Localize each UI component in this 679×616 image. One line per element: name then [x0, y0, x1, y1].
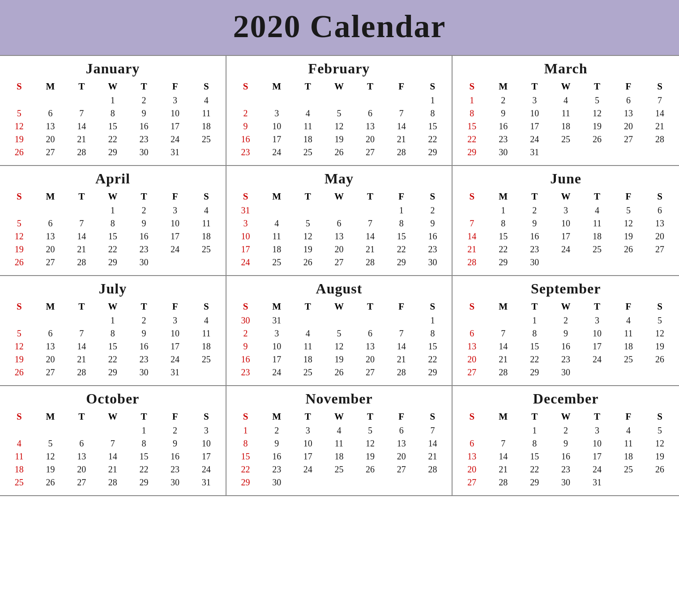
day-header: M [487, 410, 519, 424]
day-cell: 9 [550, 327, 581, 340]
day-header: S [644, 80, 675, 94]
day-cell: 23 [550, 353, 581, 366]
day-cell: 28 [644, 133, 675, 146]
day-cell: 11 [191, 107, 222, 120]
week-row: 30311 [230, 314, 448, 327]
day-cell: 26 [4, 366, 35, 379]
day-cell: 11 [550, 107, 581, 120]
day-cell [550, 256, 581, 269]
day-cell: 16 [519, 230, 550, 243]
day-header: S [417, 190, 448, 204]
day-cell [292, 94, 324, 107]
day-cell [644, 146, 675, 159]
day-header: M [35, 300, 66, 314]
day-cell: 15 [386, 230, 417, 243]
day-cell: 12 [644, 437, 675, 450]
day-header: F [159, 80, 191, 94]
day-header: M [261, 410, 292, 424]
day-header: S [417, 80, 448, 94]
day-cell: 1 [519, 424, 550, 437]
day-header: F [613, 190, 644, 204]
day-cell: 15 [519, 450, 550, 463]
day-cell: 12 [292, 230, 324, 243]
day-cell: 3 [292, 424, 324, 437]
day-cell: 24 [159, 133, 191, 146]
day-cell: 9 [417, 217, 448, 230]
day-header: W [324, 300, 355, 314]
day-cell: 26 [35, 476, 66, 489]
day-cell: 20 [386, 450, 417, 463]
week-row: 1234 [4, 94, 222, 107]
day-cell: 10 [191, 437, 222, 450]
day-cell [324, 204, 355, 217]
day-cell: 30 [128, 256, 160, 269]
day-header: T [66, 80, 97, 94]
day-cell: 8 [97, 107, 128, 120]
day-cell: 18 [191, 340, 222, 353]
day-cell: 3 [519, 94, 550, 107]
day-cell: 5 [581, 94, 613, 107]
day-cell [386, 476, 417, 489]
day-cell [35, 94, 66, 107]
calendar-grid: JanuarySMTWTFS12345678910111213141516171… [0, 55, 679, 496]
day-cell: 27 [354, 146, 386, 159]
day-cell: 4 [581, 204, 613, 217]
day-cell: 29 [97, 366, 128, 379]
day-cell: 18 [613, 450, 644, 463]
day-cell: 21 [487, 353, 519, 366]
day-cell: 16 [550, 340, 581, 353]
day-header: W [97, 190, 128, 204]
day-cell: 10 [159, 217, 191, 230]
day-cell: 24 [159, 353, 191, 366]
day-cell [66, 314, 97, 327]
day-header: T [581, 190, 613, 204]
day-cell: 10 [159, 327, 191, 340]
day-cell [159, 256, 191, 269]
day-cell: 20 [613, 120, 644, 133]
day-cell: 14 [417, 437, 448, 450]
day-header: M [35, 410, 66, 424]
day-cell: 5 [354, 424, 386, 437]
day-cell: 12 [4, 340, 35, 353]
day-header: T [128, 300, 160, 314]
day-cell [550, 146, 581, 159]
week-row: 11121314151617 [4, 450, 222, 463]
day-cell: 11 [581, 217, 613, 230]
day-cell: 4 [613, 314, 644, 327]
day-cell [613, 476, 644, 489]
day-header: S [4, 300, 35, 314]
day-cell [324, 476, 355, 489]
day-cell: 26 [644, 353, 675, 366]
day-cell: 13 [456, 450, 487, 463]
day-header: F [159, 300, 191, 314]
day-cell: 20 [456, 463, 487, 476]
day-cell: 13 [354, 120, 386, 133]
day-cell: 1 [230, 424, 261, 437]
day-cell: 19 [324, 353, 355, 366]
day-cell [191, 366, 222, 379]
day-cell: 2 [487, 94, 519, 107]
week-row: 10111213141516 [230, 230, 448, 243]
day-cell: 10 [230, 230, 261, 243]
day-cell: 18 [4, 463, 35, 476]
day-cell: 18 [292, 353, 324, 366]
day-cell: 23 [230, 366, 261, 379]
day-cell: 24 [261, 366, 292, 379]
day-header: S [4, 410, 35, 424]
day-header: M [261, 80, 292, 94]
day-cell: 30 [550, 476, 581, 489]
month-table: SMTWTFS123456789101112131415161718192021… [456, 190, 675, 269]
day-cell: 7 [487, 437, 519, 450]
day-cell [35, 424, 66, 437]
day-cell [66, 94, 97, 107]
day-header: S [4, 190, 35, 204]
day-cell: 2 [519, 204, 550, 217]
day-cell: 25 [261, 256, 292, 269]
month-block-january: JanuarySMTWTFS12345678910111213141516171… [0, 56, 226, 166]
day-header: T [581, 410, 613, 424]
day-cell: 20 [35, 133, 66, 146]
day-cell [644, 476, 675, 489]
week-row: 1234 [4, 204, 222, 217]
month-table: SMTWTFS123456789101112131415161718192021… [230, 410, 448, 489]
day-cell: 24 [261, 146, 292, 159]
